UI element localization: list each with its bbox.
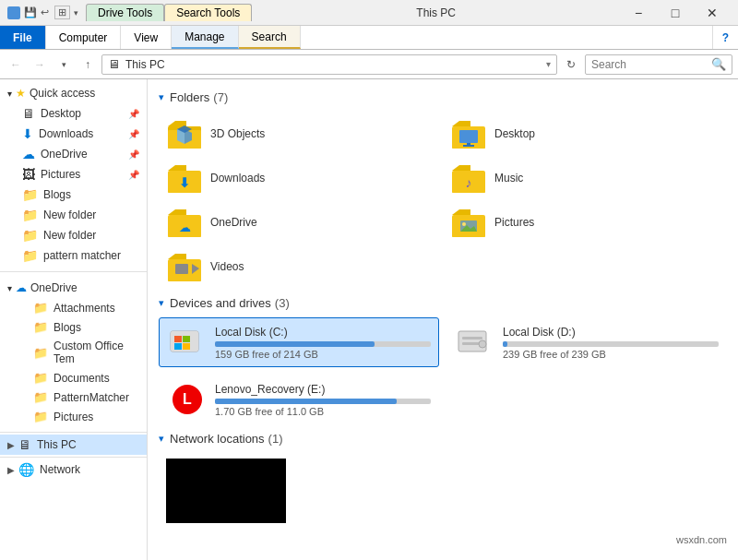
main-layout: ▾ ★ Quick access 🖥 Desktop 📌 ⬇ Downloads… [0, 79, 738, 560]
divider-2 [0, 432, 147, 433]
search-tab[interactable]: Search [239, 26, 301, 49]
devices-count: (3) [275, 296, 290, 310]
svg-text:L: L [183, 391, 192, 407]
folder-videos-label: Videos [210, 260, 244, 273]
sidebar-onedrive-qa-label: OneDrive [41, 148, 88, 161]
devices-section-header[interactable]: ▾ Devices and drives (3) [159, 296, 727, 310]
back-button[interactable]: ← [6, 54, 26, 75]
pin-icon: 📌 [128, 109, 139, 119]
sidebar-item-attachments[interactable]: 📁 Attachments [0, 298, 147, 317]
svg-point-38 [479, 340, 486, 348]
folder-3d-objects-label: 3D Objects [210, 127, 265, 140]
search-box[interactable]: 🔍 [585, 54, 732, 75]
folder-pictures[interactable]: Pictures [443, 200, 727, 244]
file-tab[interactable]: File [0, 26, 46, 49]
window-controls: − □ ✕ [620, 0, 731, 26]
refresh-button[interactable]: ↻ [561, 54, 581, 75]
disk-d-icon [455, 324, 495, 361]
device-lenovo-progress-bg [215, 399, 431, 404]
videos-folder-icon [166, 250, 203, 283]
sidebar-item-blogs-qa[interactable]: 📁 Blogs [0, 185, 147, 205]
network-expand-arrow: ▶ [7, 465, 15, 475]
network-chevron-icon: ▾ [159, 433, 164, 445]
onedrive-header[interactable]: ▾ ☁ OneDrive [0, 278, 147, 298]
folder-downloads[interactable]: ⬇ Downloads [159, 156, 443, 200]
title-bar-icons: 💾 ↩ ⊞ ▾ [7, 6, 78, 19]
sidebar-item-blogs[interactable]: 📁 Blogs [0, 317, 147, 337]
path-chevron[interactable]: ▾ [546, 59, 551, 69]
onedrive-section: ▾ ☁ OneDrive 📁 Attachments 📁 Blogs 📁 Cus… [0, 274, 147, 430]
sidebar-item-network[interactable]: ▶ 🌐 Network [0, 459, 147, 480]
sidebar-patternmatcher-label: PatternMatcher [54, 391, 129, 404]
desktop-folder-icon [450, 117, 487, 150]
sidebar-item-pictures-od[interactable]: 📁 Pictures [0, 407, 147, 426]
sidebar-custom-office-label: Custom Office Tem [54, 340, 139, 365]
device-d-progress-bg [503, 341, 719, 347]
folder-videos[interactable]: Videos [159, 244, 443, 289]
quick-access-icon[interactable]: 💾 [24, 6, 37, 19]
sidebar-item-desktop[interactable]: 🖥 Desktop 📌 [0, 103, 147, 124]
sidebar-item-pictures-qa[interactable]: 🖼 Pictures 📌 [0, 164, 147, 185]
network-section-header[interactable]: ▾ Network locations (1) [159, 432, 727, 446]
blogs-qa-icon: 📁 [22, 187, 38, 202]
device-local-c[interactable]: Local Disk (C:) 159 GB free of 214 GB [159, 317, 439, 367]
folder-3d-objects[interactable]: 3D Objects [159, 112, 443, 156]
device-lenovo[interactable]: L Lenovo_Recovery (E:) 1.70 GB free of 1… [159, 375, 439, 424]
svg-text:♪: ♪ [466, 175, 472, 190]
svg-rect-32 [183, 336, 190, 342]
view-tab[interactable]: View [121, 26, 172, 49]
folder-onedrive[interactable]: ☁ OneDrive [159, 200, 443, 244]
network-location-item[interactable] [159, 453, 727, 529]
search-input[interactable] [591, 58, 708, 71]
sidebar-item-this-pc[interactable]: ▶ 🖥 This PC [0, 435, 147, 455]
sidebar-item-downloads[interactable]: ⬇ Downloads 📌 [0, 124, 147, 144]
downloads-folder-icon: ⬇ [166, 161, 203, 195]
newfolder2-icon: 📁 [22, 228, 38, 243]
network-locations-count: (1) [268, 432, 283, 446]
patternmatcher-icon: 📁 [33, 390, 48, 404]
recent-locations-button[interactable]: ▾ [54, 54, 74, 75]
sidebar-item-custom-office[interactable]: 📁 Custom Office Tem [0, 337, 147, 368]
attachments-icon: 📁 [33, 301, 48, 315]
sidebar-item-newfolder1[interactable]: 📁 New folder [0, 205, 147, 225]
folder-downloads-label: Downloads [210, 172, 265, 185]
svg-rect-27 [175, 264, 188, 274]
sidebar-item-pattern[interactable]: 📁 pattern matcher [0, 245, 147, 266]
network-locations-label: Network locations [170, 432, 265, 446]
sidebar-item-newfolder2[interactable]: 📁 New folder [0, 225, 147, 245]
path-text: This PC [125, 58, 165, 71]
up-button[interactable]: ↑ [77, 54, 98, 75]
maximize-button[interactable]: □ [657, 0, 694, 26]
minimize-button[interactable]: − [620, 0, 657, 26]
sidebar-item-patternmatcher[interactable]: 📁 PatternMatcher [0, 387, 147, 407]
dropdown-arrow[interactable]: ▾ [74, 8, 78, 18]
status-bar-hint: wsxdn.com [159, 532, 727, 547]
address-path[interactable]: 🖥 This PC ▾ [101, 54, 557, 75]
folder-music[interactable]: ♪ Music [443, 156, 727, 200]
folders-chevron-icon: ▾ [159, 91, 164, 103]
svg-rect-8 [459, 130, 478, 143]
folders-count: (7) [213, 90, 228, 104]
computer-tab[interactable]: Computer [46, 26, 122, 49]
help-button[interactable]: ? [712, 26, 738, 49]
manage-tab[interactable]: Manage [172, 26, 238, 49]
onedrive-qa-icon: ☁ [22, 147, 35, 161]
device-local-d[interactable]: Local Disk (D:) 239 GB free of 239 GB [446, 317, 727, 367]
pin-icon-2: 📌 [128, 129, 139, 139]
drive-tools-tab[interactable]: Drive Tools [86, 4, 164, 21]
sidebar-item-documents[interactable]: 📁 Documents [0, 368, 147, 387]
quick-access-chevron: ▾ [7, 89, 12, 99]
quick-access-header[interactable]: ▾ ★ Quick access [0, 83, 147, 103]
undo-btn[interactable]: ↩ [41, 6, 49, 18]
newfolder1-icon: 📁 [22, 208, 38, 222]
forward-button[interactable]: → [30, 54, 50, 75]
sidebar-item-onedrive-qa[interactable]: ☁ OneDrive 📌 [0, 144, 147, 164]
device-d-info: Local Disk (D:) 239 GB free of 239 GB [503, 326, 719, 360]
close-button[interactable]: ✕ [694, 0, 731, 26]
properties-btn[interactable]: ⊞ [54, 6, 70, 19]
folder-desktop[interactable]: Desktop [443, 112, 727, 156]
search-tools-tab[interactable]: Search Tools [164, 4, 252, 21]
search-icon[interactable]: 🔍 [711, 57, 726, 71]
folders-section-header[interactable]: ▾ Folders (7) [159, 90, 727, 104]
sidebar-newfolder2-label: New folder [43, 229, 96, 242]
